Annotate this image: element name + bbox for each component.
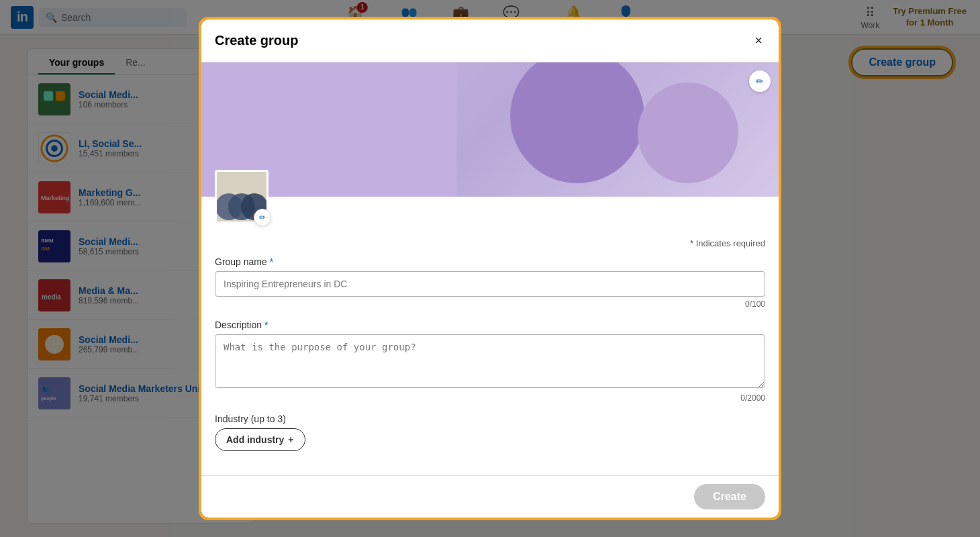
modal-overlay: Create group × ✏ bbox=[0, 0, 980, 537]
description-char-count: 0/2000 bbox=[215, 393, 765, 403]
edit-cover-button[interactable]: ✏ bbox=[749, 70, 771, 92]
cover-large-circle bbox=[510, 62, 644, 183]
add-industry-label: Add industry bbox=[226, 434, 284, 445]
add-industry-button[interactable]: Add industry + bbox=[215, 428, 305, 451]
description-input[interactable] bbox=[215, 334, 765, 388]
create-group-modal: Create group × ✏ bbox=[201, 19, 779, 518]
group-logo-area: ✏ bbox=[215, 170, 268, 224]
required-note: * Indicates required bbox=[215, 238, 765, 248]
modal-footer: Create bbox=[201, 475, 779, 518]
create-button[interactable]: Create bbox=[694, 484, 765, 509]
group-name-input[interactable] bbox=[215, 271, 765, 297]
industry-field: Industry (up to 3) Add industry + bbox=[215, 413, 765, 451]
add-industry-plus-icon: + bbox=[288, 434, 293, 445]
modal-title: Create group bbox=[215, 33, 298, 48]
group-name-field: Group name * 0/100 bbox=[215, 256, 765, 309]
cover-right-circle bbox=[638, 83, 738, 183]
modal-header: Create group × bbox=[201, 19, 779, 62]
group-name-label: Group name * bbox=[215, 256, 765, 267]
edit-profile-pic-button[interactable]: ✏ bbox=[254, 209, 271, 226]
cover-image-background bbox=[201, 62, 779, 197]
modal-close-button[interactable]: × bbox=[752, 30, 765, 51]
group-name-char-count: 0/100 bbox=[215, 299, 765, 309]
description-field: Description * 0/2000 bbox=[215, 320, 765, 403]
edit-cover-icon: ✏ bbox=[756, 76, 764, 87]
edit-profile-icon: ✏ bbox=[259, 213, 266, 222]
cover-image: ✏ bbox=[201, 62, 779, 197]
industry-label: Industry (up to 3) bbox=[215, 413, 765, 424]
modal-body: * Indicates required Group name * 0/100 … bbox=[201, 230, 779, 475]
description-label: Description * bbox=[215, 320, 765, 330]
